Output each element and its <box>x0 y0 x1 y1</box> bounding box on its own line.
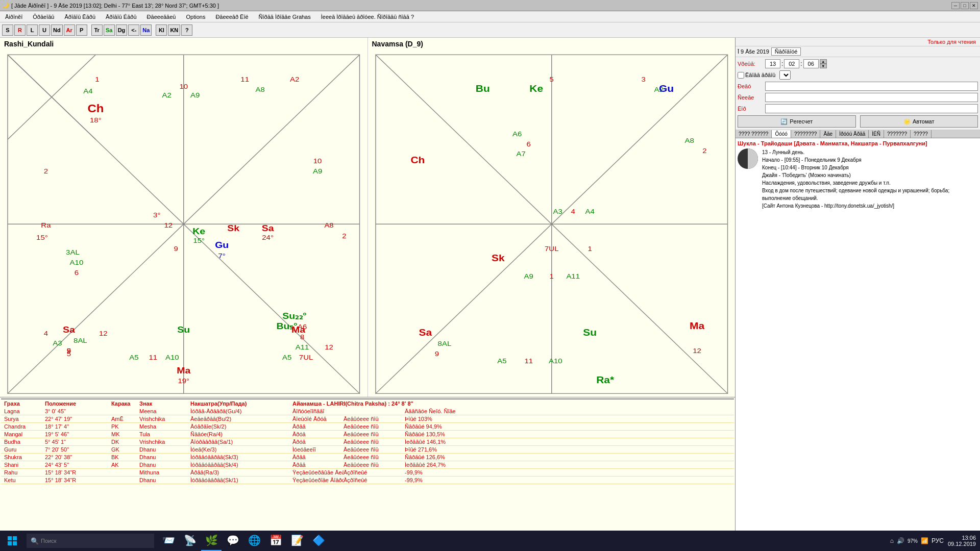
year-input[interactable] <box>765 104 978 113</box>
tool-s[interactable]: S <box>2 24 13 36</box>
svg-text:9: 9 <box>434 350 438 358</box>
svg-text:10: 10 <box>179 82 188 90</box>
tool-kn[interactable]: KN <box>168 24 180 36</box>
menu-graha[interactable]: Ōðāeīāū <box>30 13 57 21</box>
svg-text:Su: Su <box>583 328 597 338</box>
menu-ioeaa[interactable]: Ìeeeā Ìðīāāeū āðīóee. Ñīðīāāū ñīāā ? <box>318 13 417 21</box>
charts-top: Rashi_Kundali 11 <box>0 38 735 397</box>
info-tab-5[interactable]: ÌÉÑ <box>869 130 884 138</box>
taskbar-app-calendar[interactable]: 📅 <box>265 531 286 551</box>
menu-bar: Āiðīněī Ōðāeīāū Āðīāīū Ēāðū Āðīāīū Éāðū … <box>0 11 980 22</box>
menu-daeee2[interactable]: Ðāeeeāð Ëīé <box>212 13 251 21</box>
date: 09.12.2019 <box>948 541 976 547</box>
day-input[interactable] <box>765 82 978 91</box>
info-tab-6[interactable]: ??????? <box>884 130 911 138</box>
info-tab-1[interactable]: Ōóóó <box>772 130 791 138</box>
tool-tr[interactable]: Tr <box>91 24 103 36</box>
tool-u[interactable]: U <box>39 24 50 36</box>
tray-layout[interactable]: РУС <box>932 537 944 544</box>
taskbar-app-1[interactable]: 📡 <box>180 531 200 551</box>
time-up-btn[interactable]: ▲ <box>820 59 827 64</box>
readonly-text: Только для чтения <box>927 39 976 45</box>
localtime-checkbox[interactable] <box>738 72 744 79</box>
date-tab[interactable]: Ñāðīāīóé <box>771 47 801 56</box>
table-row: Budha5° 45' 1"DKVrishchikaĀīóðāāðāā(Sa/1… <box>1 438 734 446</box>
taskbar-apps: 📨 📡 🌿 💬 🌐 📅 📝 🔷 <box>156 531 331 551</box>
auto-label: Автомат <box>913 118 934 124</box>
tray-network[interactable]: 📶 <box>921 537 928 544</box>
svg-text:Ke: Ke <box>529 83 543 94</box>
tool-l[interactable]: L <box>27 24 38 36</box>
info-tab-4[interactable]: Ìðóóú Āðāā <box>836 130 869 138</box>
tool-nd[interactable]: Nd <box>51 24 63 36</box>
tool-na[interactable]: Na <box>140 24 152 36</box>
time-sep1: : <box>781 60 783 67</box>
minute-input[interactable] <box>784 59 799 68</box>
svg-text:Ch: Ch <box>410 155 425 165</box>
svg-text:4: 4 <box>44 330 48 337</box>
svg-text:12: 12 <box>164 221 173 229</box>
site-text: [Сайт Антона Кузнецова - http://tony.don… <box>762 202 949 210</box>
tool-sa[interactable]: Sa <box>104 24 115 36</box>
maximize-button[interactable]: □ <box>961 2 969 9</box>
taskbar-app-jyotish[interactable]: 🔷 <box>308 531 329 551</box>
tool-help[interactable]: ? <box>181 24 192 36</box>
desc3-text: выполнение обещаний. <box>762 194 949 202</box>
info-tab-2[interactable]: ???????? <box>791 130 821 138</box>
navamsa-chart: Navamsa (D_9) Bu Ke 5 <box>368 38 736 397</box>
menu-adiaiu2[interactable]: Āðīāīū Éāðū <box>103 13 140 21</box>
menu-grahas[interactable]: Ñīðāā Ìðīāāe Grahas <box>256 13 314 21</box>
menu-aidinei[interactable]: Āiðīněī <box>2 13 26 21</box>
close-button[interactable]: ✕ <box>970 2 978 9</box>
menu-adiaiu[interactable]: Āðīāīū Ēāðū <box>61 13 99 21</box>
taskbar-app-word[interactable]: 📝 <box>287 531 307 551</box>
tray-icon-1[interactable]: ⌂ <box>890 537 894 544</box>
svg-text:11: 11 <box>240 76 249 83</box>
info-tab-7[interactable]: ????? <box>911 130 932 138</box>
svg-text:A10: A10 <box>70 259 84 266</box>
svg-text:Sk: Sk <box>227 223 240 233</box>
taskbar-app-telegram[interactable]: 📨 <box>158 531 179 551</box>
window-controls[interactable]: ─ □ ✕ <box>951 2 978 9</box>
svg-text:Gu: Gu <box>215 240 229 250</box>
localtime-check[interactable]: Ëāīāā āðāīū <box>738 72 775 79</box>
dst-dropdown[interactable] <box>779 70 791 80</box>
taskbar-app-chrome[interactable]: 🌐 <box>244 531 264 551</box>
recalc-button[interactable]: 🔄 Pereсчет <box>738 115 856 128</box>
tool-back[interactable]: <- <box>128 24 139 36</box>
month-input[interactable] <box>765 93 978 102</box>
tool-ar[interactable]: Ar <box>64 24 75 36</box>
search-placeholder: Поиск <box>41 538 56 544</box>
svg-text:A5: A5 <box>129 354 138 361</box>
svg-text:24°: 24° <box>262 234 274 241</box>
menu-options[interactable]: Options <box>183 13 208 21</box>
menu-daeee[interactable]: Ðāeeeāāeū <box>144 13 179 21</box>
minimize-button[interactable]: ─ <box>951 2 960 9</box>
svg-text:A2: A2 <box>654 86 663 93</box>
date-label: Ī 9 Āše 2019 <box>738 48 769 55</box>
tool-p[interactable]: P <box>76 24 87 36</box>
auto-button[interactable]: 🌟 Автомат <box>860 115 978 128</box>
hour-input[interactable] <box>765 59 780 68</box>
info-tab-3[interactable]: Āāe <box>820 130 836 138</box>
tray-icon-2[interactable]: 🔊 <box>897 537 904 544</box>
second-input[interactable] <box>803 59 819 68</box>
dst-select[interactable] <box>779 70 791 80</box>
tool-ki[interactable]: KI <box>156 24 167 36</box>
start-button[interactable] <box>0 531 24 551</box>
svg-text:A4: A4 <box>585 208 594 215</box>
svg-text:18°: 18° <box>90 116 102 124</box>
time-down-btn[interactable]: ▼ <box>820 64 827 68</box>
table-body: Lagna3° 0' 45"MeenaÌóðāā-Āðāāðā(Gu/4)Āīñ… <box>1 408 734 484</box>
tool-dg[interactable]: Dg <box>116 24 128 36</box>
info-body: 13 - Лунный день. Начало - [09:55] - Пон… <box>738 148 978 210</box>
toolbar: S R L U Nd Ar P Tr Sa Dg <- Na KI KN ? <box>0 22 980 38</box>
tool-r[interactable]: R <box>14 24 26 36</box>
svg-text:12: 12 <box>693 346 701 354</box>
svg-text:9: 9 <box>174 245 178 253</box>
taskbar-app-excel[interactable]: 🌿 <box>201 531 222 551</box>
info-tab-0[interactable]: ???? ?????? <box>736 130 772 138</box>
taskbar-app-skype[interactable]: 💬 <box>223 531 243 551</box>
taskbar-search-box[interactable]: 🔍 Поиск <box>27 534 154 548</box>
svg-text:5: 5 <box>549 76 553 83</box>
